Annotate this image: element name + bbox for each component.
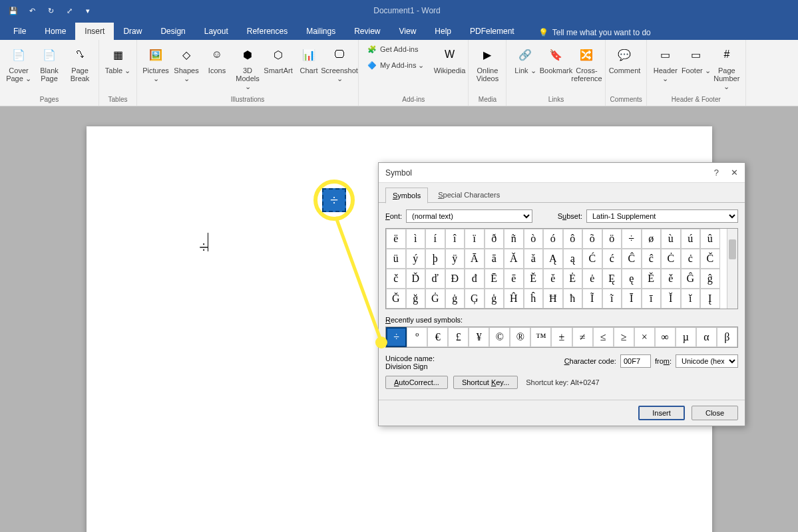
- screenshot-button[interactable]: 🖵Screenshot ⌄: [325, 43, 354, 92]
- recent-symbol-cell[interactable]: ©: [489, 327, 510, 347]
- recent-symbol-cell[interactable]: ¥: [469, 327, 489, 347]
- grid-scrollbar[interactable]: [727, 229, 737, 309]
- recent-symbol-cell[interactable]: º: [407, 327, 427, 347]
- charcode-input[interactable]: [620, 354, 651, 368]
- symbol-cell[interactable]: Ć: [582, 249, 602, 269]
- 3d-models-button[interactable]: ⬢3D Models ⌄: [233, 43, 262, 92]
- page-break-button[interactable]: ⭛Page Break: [65, 43, 95, 84]
- tab-help[interactable]: Help: [425, 23, 461, 40]
- symbol-cell[interactable]: ğ: [406, 289, 426, 309]
- symbol-cell[interactable]: ě: [661, 269, 681, 289]
- recent-symbol-cell[interactable]: ∞: [655, 327, 676, 347]
- symbol-cell[interactable]: Ċ: [661, 249, 681, 269]
- dialog-help-button[interactable]: ?: [714, 168, 719, 178]
- symbol-cell[interactable]: ó: [543, 229, 563, 249]
- tab-design[interactable]: Design: [151, 23, 194, 40]
- symbol-cell[interactable]: ė: [582, 269, 602, 289]
- tab-pdfelement[interactable]: PDFelement: [461, 23, 524, 40]
- recent-symbol-cell[interactable]: ÷: [386, 327, 407, 347]
- recent-symbol-cell[interactable]: ®: [510, 327, 530, 347]
- symbol-cell[interactable]: Ģ: [465, 289, 485, 309]
- symbol-cell[interactable]: Ĉ: [622, 249, 642, 269]
- symbol-cell[interactable]: ħ: [563, 289, 583, 309]
- symbol-cell[interactable]: Ę: [602, 269, 622, 289]
- symbol-cell[interactable]: Ē: [485, 269, 504, 289]
- online-videos-button[interactable]: ▶Online Videos: [473, 43, 502, 84]
- symbol-cell[interactable]: ă: [524, 249, 544, 269]
- blank-page-button[interactable]: 📄Blank Page: [35, 43, 64, 84]
- symbol-cell[interactable]: õ: [582, 229, 602, 249]
- dialog-titlebar[interactable]: Symbol ? ✕: [379, 163, 745, 183]
- symbol-cell[interactable]: ċ: [681, 249, 701, 269]
- symbol-cell[interactable]: ď: [425, 269, 445, 289]
- symbol-cell[interactable]: ā: [485, 249, 504, 269]
- symbol-cell[interactable]: ï: [465, 229, 485, 249]
- footer-button[interactable]: ▭Footer ⌄: [682, 43, 711, 92]
- recent-symbol-cell[interactable]: €: [427, 327, 448, 347]
- symbol-cell[interactable]: ĕ: [543, 269, 563, 289]
- symbol-cell[interactable]: ĥ: [524, 289, 544, 309]
- comment-button[interactable]: 💬Comment: [610, 43, 639, 76]
- symbol-cell[interactable]: ö: [602, 229, 622, 249]
- cover-page-button[interactable]: 📄Cover Page ⌄: [4, 43, 33, 84]
- smartart-button[interactable]: ⬡SmartArt: [264, 43, 293, 92]
- tab-file[interactable]: File: [4, 23, 35, 40]
- qat-customize[interactable]: ▾: [80, 3, 96, 19]
- symbol-cell[interactable]: č: [386, 269, 406, 289]
- recent-symbol-cell[interactable]: ≠: [572, 327, 593, 347]
- table-button[interactable]: ▦Table ⌄: [103, 43, 132, 76]
- recent-symbol-cell[interactable]: £: [448, 327, 469, 347]
- symbol-cell[interactable]: Đ: [445, 269, 465, 289]
- symbol-cell[interactable]: ġ: [445, 289, 465, 309]
- recent-symbol-cell[interactable]: β: [717, 327, 737, 347]
- tab-home[interactable]: Home: [35, 23, 75, 40]
- tab-layout[interactable]: Layout: [195, 23, 238, 40]
- header-button[interactable]: ▭Header ⌄: [651, 43, 680, 92]
- my-addins-button[interactable]: 🔷My Add-ins ⌄: [363, 59, 428, 72]
- symbol-cell[interactable]: Ğ: [386, 289, 406, 309]
- symbol-cell[interactable]: đ: [465, 269, 485, 289]
- symbol-cell[interactable]: ą: [563, 249, 583, 269]
- tab-symbols[interactable]: Symbols: [385, 188, 428, 203]
- symbol-cell[interactable]: Ă: [504, 249, 524, 269]
- symbol-cell[interactable]: ô: [563, 229, 583, 249]
- tab-mailings[interactable]: Mailings: [297, 23, 345, 40]
- symbol-cell[interactable]: ø: [642, 229, 662, 249]
- wikipedia-button[interactable]: WWikipedia: [435, 43, 464, 76]
- shapes-button[interactable]: ◇Shapes ⌄: [172, 43, 201, 92]
- from-select[interactable]: Unicode (hex): [676, 354, 738, 368]
- symbol-cell[interactable]: û: [700, 229, 720, 249]
- symbol-cell[interactable]: ĭ: [681, 289, 701, 309]
- symbol-cell[interactable]: î: [445, 229, 465, 249]
- symbol-cell[interactable]: Ą: [543, 249, 563, 269]
- tab-review[interactable]: Review: [345, 23, 389, 40]
- recent-symbol-cell[interactable]: µ: [676, 327, 696, 347]
- symbol-cell[interactable]: ī: [642, 289, 662, 309]
- icons-button[interactable]: ☺Icons: [202, 43, 232, 92]
- symbol-cell[interactable]: Ā: [465, 249, 485, 269]
- cross-reference-button[interactable]: 🔀Cross-reference: [572, 43, 601, 84]
- tab-references[interactable]: References: [238, 23, 297, 40]
- qat-save[interactable]: 💾: [5, 3, 21, 19]
- bookmark-button[interactable]: 🔖Bookmark: [541, 43, 570, 84]
- symbol-cell[interactable]: Ĭ: [661, 289, 681, 309]
- symbol-cell[interactable]: Ħ: [543, 289, 563, 309]
- tab-draw[interactable]: Draw: [114, 23, 151, 40]
- autocorrect-button[interactable]: AutoCorrect...: [385, 376, 448, 389]
- symbol-cell[interactable]: Ĥ: [504, 289, 524, 309]
- symbol-cell[interactable]: ģ: [485, 289, 504, 309]
- symbol-cell[interactable]: ý: [406, 249, 426, 269]
- page-number-button[interactable]: #Page Number ⌄: [712, 43, 741, 92]
- symbol-cell[interactable]: Ġ: [425, 289, 445, 309]
- symbol-cell[interactable]: ĝ: [700, 269, 720, 289]
- symbol-cell[interactable]: Ĩ: [582, 289, 602, 309]
- symbol-cell[interactable]: Č: [700, 249, 720, 269]
- subset-select[interactable]: Latin-1 Supplement: [586, 209, 738, 223]
- symbol-cell[interactable]: ë: [386, 229, 406, 249]
- symbol-cell[interactable]: ò: [524, 229, 544, 249]
- symbol-cell[interactable]: Ď: [406, 269, 426, 289]
- tab-insert[interactable]: Insert: [75, 23, 114, 40]
- recent-symbol-cell[interactable]: α: [696, 327, 717, 347]
- tab-view[interactable]: View: [390, 23, 426, 40]
- symbol-cell[interactable]: ĩ: [602, 289, 622, 309]
